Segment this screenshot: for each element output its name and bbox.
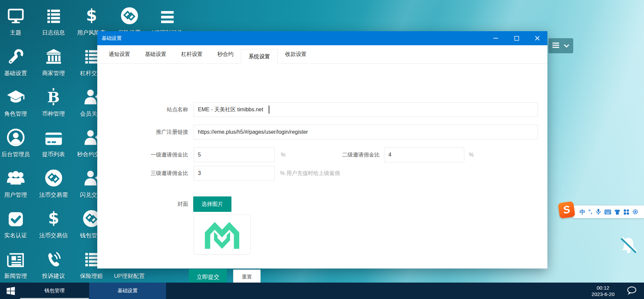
- sogou-logo-letter: S: [562, 203, 571, 217]
- desktop-item-label: 角色管理: [4, 110, 27, 118]
- desktop-item-label: 后台管理员: [1, 151, 30, 158]
- bank-icon: [45, 48, 62, 65]
- phone-waves-icon: [45, 251, 62, 268]
- clock-time: 00:12: [592, 285, 614, 291]
- desktop-item-label: 用户管理: [4, 191, 27, 199]
- hamburger-icon[interactable]: [552, 43, 559, 49]
- diamond-circle-icon: [120, 7, 139, 25]
- menu-bars-icon: [159, 7, 176, 25]
- desktop-item-basic-settings[interactable]: 基础设置: [0, 48, 35, 88]
- user-circle-icon: [7, 129, 25, 146]
- punctuation-icon[interactable]: °,: [588, 208, 592, 215]
- ime-toolbar[interactable]: 中 °,: [572, 205, 644, 218]
- commission-row-1: 一级邀请佣金比 % 二级邀请佣金比 %: [97, 147, 541, 162]
- level1-percent-suffix: %: [281, 147, 285, 162]
- desktop-item-label: 提币列表: [42, 151, 65, 158]
- taskbar-item-label: 基础设置: [118, 288, 138, 294]
- wrench-icon: [7, 48, 24, 65]
- level3-commission-input[interactable]: [194, 166, 275, 181]
- desktop-item-merchant-mgmt[interactable]: 商家管理: [35, 48, 72, 88]
- bell-muted-icon[interactable]: [620, 236, 638, 258]
- minimize-icon[interactable]: [492, 34, 500, 42]
- tab-leverage-settings[interactable]: 杠杆设置: [174, 45, 210, 63]
- chinese-mode-icon[interactable]: 中: [580, 208, 585, 216]
- level3-commission-label: 三级邀请佣金比: [97, 166, 188, 181]
- window-controls: [492, 31, 547, 45]
- taskbar: 钱包管理 基础设置 00:12 2023-6-20: [0, 283, 644, 299]
- desktop-item-withdraw-list[interactable]: 提币列表: [35, 129, 72, 170]
- desktop-item-label: 币种管理: [42, 110, 65, 118]
- desktop-item-label: 基础设置: [4, 69, 27, 77]
- skin-icon[interactable]: [614, 209, 621, 215]
- level2-commission-label: 二级邀请佣金比: [289, 147, 380, 162]
- desktop-item-label: 商家管理: [42, 69, 65, 77]
- desktop-item-label: 投诉建议: [42, 272, 65, 280]
- settings-tabs: 通知设置 基础设置 杠杆设置 秒合约 系统设置 收款设置: [97, 45, 547, 64]
- chevron-down-icon[interactable]: [564, 43, 569, 49]
- monitor-icon: [7, 7, 24, 25]
- settings-form: 站点名称 推广注册链接 一级邀请佣金比 % 二级邀请佣金比 % 三级邀请佣金比 …: [97, 64, 547, 268]
- taskbar-clock[interactable]: 00:12 2023-6-20: [592, 285, 614, 297]
- site-name-input[interactable]: [194, 102, 538, 117]
- level1-commission-input[interactable]: [194, 147, 275, 162]
- settings-dialog: 基础设置 通知设置 基础设置 杠杆设置 秒合约 系统设置 收款设置 站点名称 推…: [97, 31, 547, 268]
- site-name-row: 站点名称: [97, 102, 541, 117]
- sogou-logo[interactable]: S: [558, 201, 575, 219]
- clock-date: 2023-6-20: [592, 291, 614, 297]
- close-icon[interactable]: [533, 34, 541, 42]
- dollar-icon: $: [45, 210, 62, 228]
- diamond-circle-icon: [45, 170, 63, 187]
- tab-basic-settings[interactable]: 基础设置: [138, 45, 174, 63]
- settings-gear-icon[interactable]: [632, 209, 638, 215]
- register-link-input[interactable]: [194, 125, 538, 139]
- desktop-item-label: 日志信息: [42, 29, 65, 37]
- desktop-item-label: 新闻管理: [4, 272, 27, 280]
- taskbar-item-label: 钱包管理: [45, 288, 65, 294]
- users-group-icon: [6, 170, 25, 187]
- desktop-item-fiat-trade-info[interactable]: $ 法币交易信: [35, 210, 72, 251]
- cover-row: 封面 选择图片: [97, 196, 541, 212]
- taskbar-item-basic-settings[interactable]: 基础设置: [89, 283, 166, 299]
- log-list-icon: [45, 7, 62, 25]
- maximize-icon[interactable]: [513, 34, 521, 42]
- desktop-item-backend-admin[interactable]: 后台管理员: [0, 129, 35, 170]
- taskbar-item-wallet-mgmt[interactable]: 钱包管理: [20, 283, 89, 299]
- dialog-title: 基础设置: [97, 35, 122, 42]
- desktop-item-label: 实名认证: [4, 232, 27, 239]
- cover-image-preview[interactable]: [194, 215, 251, 254]
- chat-bubble-icon[interactable]: [626, 286, 637, 297]
- desktop-item-fiat-trade-demand[interactable]: 法币交易需: [35, 170, 72, 210]
- dialog-titlebar[interactable]: 基础设置: [97, 31, 547, 45]
- desktop-item-kyc[interactable]: 实名认证: [0, 210, 35, 251]
- graduation-cap-icon: [6, 88, 25, 106]
- check-square-icon: [7, 210, 24, 228]
- microphone-icon[interactable]: [595, 208, 601, 215]
- tab-second-contract[interactable]: 秒合约: [210, 45, 241, 63]
- newspaper-icon: [7, 251, 25, 268]
- desktop-item-role-mgmt[interactable]: 角色管理: [0, 88, 35, 129]
- svg-text:$: $: [86, 6, 97, 24]
- site-logo-image: [199, 218, 245, 251]
- desktop-item-theme[interactable]: 主题: [0, 7, 35, 48]
- commission-row-2: 三级邀请佣金比 % 用户充值时给上级返佣: [97, 166, 541, 181]
- level2-commission-input[interactable]: [384, 147, 464, 162]
- level3-helper-text: % 用户充值时给上级返佣: [280, 166, 340, 181]
- desktop-item-user-mgmt[interactable]: 用户管理: [0, 170, 35, 210]
- desktop-item-coin-mgmt[interactable]: B 币种管理: [35, 88, 72, 129]
- text-cursor: [269, 106, 269, 114]
- keyboard-icon[interactable]: [604, 210, 611, 215]
- register-link-label: 推广注册链接: [97, 125, 188, 139]
- desktop-item-label: UP理财配置: [114, 272, 145, 280]
- cover-label: 封面: [97, 196, 188, 212]
- toolbox-grid-icon[interactable]: [624, 209, 629, 215]
- bitcoin-icon: B: [45, 88, 62, 106]
- choose-image-button[interactable]: 选择图片: [193, 196, 231, 212]
- tab-system-settings[interactable]: 系统设置: [241, 49, 278, 64]
- start-button[interactable]: [6, 286, 15, 296]
- desktop-item-logs[interactable]: 日志信息: [35, 7, 72, 48]
- register-link-row: 推广注册链接: [97, 125, 541, 139]
- tab-payment-settings[interactable]: 收款设置: [278, 45, 314, 63]
- quick-menu-widget[interactable]: [548, 38, 573, 53]
- desktop-background: 主题 日志信息 $ 用户风险查 保险设置 UP理财订单 基础设置 商家管理: [0, 0, 644, 299]
- tab-notify-settings[interactable]: 通知设置: [101, 45, 138, 63]
